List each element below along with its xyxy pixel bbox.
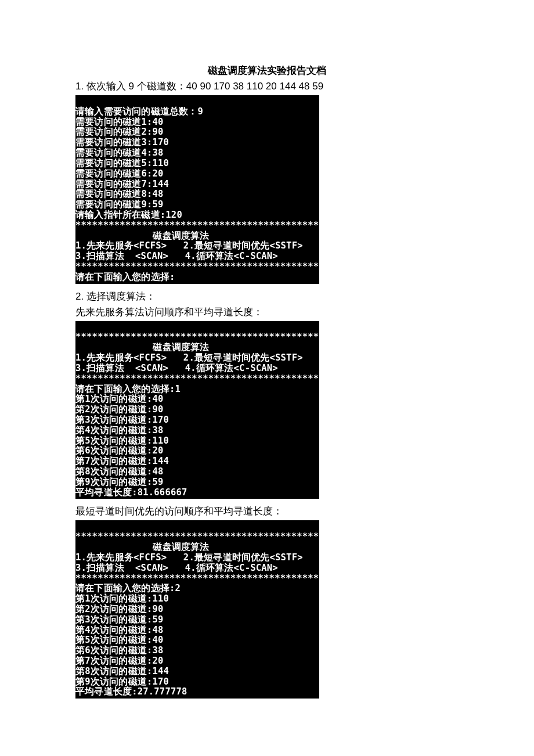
terminal-block-fcfs: ****************************************…: [75, 321, 319, 499]
term-line: 第2次访问的磁道:90: [75, 604, 164, 614]
term-line: 第1次访问的磁道:40: [75, 394, 164, 404]
term-line: 需要访问的磁道2:90: [75, 127, 164, 137]
term-menu-line: 3.扫描算法 <SCAN> 4.循环算法<C-SCAN>: [75, 563, 278, 573]
term-line: 第8次访问的磁道:144: [75, 666, 169, 676]
caption-select-algo: 2. 选择调度算法：: [75, 290, 459, 303]
term-avg-seek: 平均寻道长度:27.777778: [75, 686, 187, 697]
caption-input-tracks: 1. 依次输入 9 个磁道数：40 90 170 38 110 20 144 4…: [75, 80, 459, 93]
term-line: 需要访问的磁道5:110: [75, 158, 169, 168]
term-line: 需要访问的磁道1:40: [75, 117, 164, 127]
term-line: 第7次访问的磁道:144: [75, 456, 169, 466]
term-line: 第3次访问的磁道:170: [75, 415, 169, 425]
term-line: 第4次访问的磁道:38: [75, 425, 164, 435]
term-menu-line: 1.先来先服务<FCFS> 2.最短寻道时间优先<SSTF>: [75, 552, 303, 563]
term-menu-title: 磁盘调度算法: [75, 342, 210, 352]
term-line: 需要访问的磁道9:59: [75, 199, 164, 210]
term-line: 需要访问的磁道3:170: [75, 137, 169, 147]
term-line: 第5次访问的磁道:110: [75, 435, 169, 446]
term-line: 第4次访问的磁道:48: [75, 625, 164, 635]
term-prompt: 请在下面输入您的选择:1: [75, 384, 181, 394]
terminal-block-sstf: ****************************************…: [75, 520, 319, 699]
term-line: 需要访问的磁道6:20: [75, 168, 164, 179]
caption-sstf-header: 最短寻道时间优先的访问顺序和平均寻道长度：: [75, 505, 459, 518]
term-line: 需要访问的磁道8:48: [75, 189, 164, 199]
term-line: 第6次访问的磁道:20: [75, 445, 164, 456]
term-menu-line: 1.先来先服务<FCFS> 2.最短寻道时间优先<SSTF>: [75, 352, 303, 363]
term-menu-line: 1.先来先服务<FCFS> 2.最短寻道时间优先<SSTF>: [75, 240, 303, 251]
term-line: 请输入需要访问的磁道总数：9: [75, 106, 203, 117]
term-prompt: 请在下面输入您的选择:2: [75, 583, 181, 593]
term-separator: ****************************************…: [75, 261, 319, 272]
term-line: 第1次访问的磁道:110: [75, 593, 169, 604]
term-avg-seek: 平均寻道长度:81.666667: [75, 487, 187, 498]
term-menu-title: 磁盘调度算法: [75, 542, 210, 552]
term-menu-title: 磁盘调度算法: [75, 231, 210, 241]
term-line: 需要访问的磁道4:38: [75, 147, 164, 158]
term-separator: ****************************************…: [75, 332, 319, 342]
term-menu-line: 3.扫描算法 <SCAN> 4.循环算法<C-SCAN>: [75, 251, 278, 261]
document-page: 磁盘调度算法实验报告文档 1. 依次输入 9 个磁道数：40 90 170 38…: [0, 0, 534, 728]
term-separator: ****************************************…: [75, 531, 319, 542]
term-line: 第2次访问的磁道:90: [75, 404, 164, 415]
term-separator: ****************************************…: [75, 220, 319, 231]
term-line: 请输入指针所在磁道:120: [75, 210, 182, 220]
terminal-block-input: 请输入需要访问的磁道总数：9 需要访问的磁道1:40 需要访问的磁道2:90 需…: [75, 95, 319, 284]
term-prompt: 请在下面输入您的选择:: [75, 272, 175, 282]
term-line: 需要访问的磁道7:144: [75, 179, 169, 189]
term-line: 第3次访问的磁道:59: [75, 614, 164, 625]
document-title: 磁盘调度算法实验报告文档: [75, 64, 459, 77]
term-line: 第5次访问的磁道:40: [75, 635, 164, 645]
term-line: 第9次访问的磁道:59: [75, 477, 164, 487]
term-line: 第9次访问的磁道:170: [75, 676, 169, 687]
term-line: 第7次访问的磁道:20: [75, 656, 164, 666]
term-menu-line: 3.扫描算法 <SCAN> 4.循环算法<C-SCAN>: [75, 363, 278, 373]
term-separator: ****************************************…: [75, 573, 319, 584]
term-line: 第8次访问的磁道:48: [75, 466, 164, 477]
term-line: 第6次访问的磁道:38: [75, 645, 164, 656]
term-separator: ****************************************…: [75, 373, 319, 384]
caption-fcfs-header: 先来先服务算法访问顺序和平均寻道长度：: [75, 305, 459, 319]
